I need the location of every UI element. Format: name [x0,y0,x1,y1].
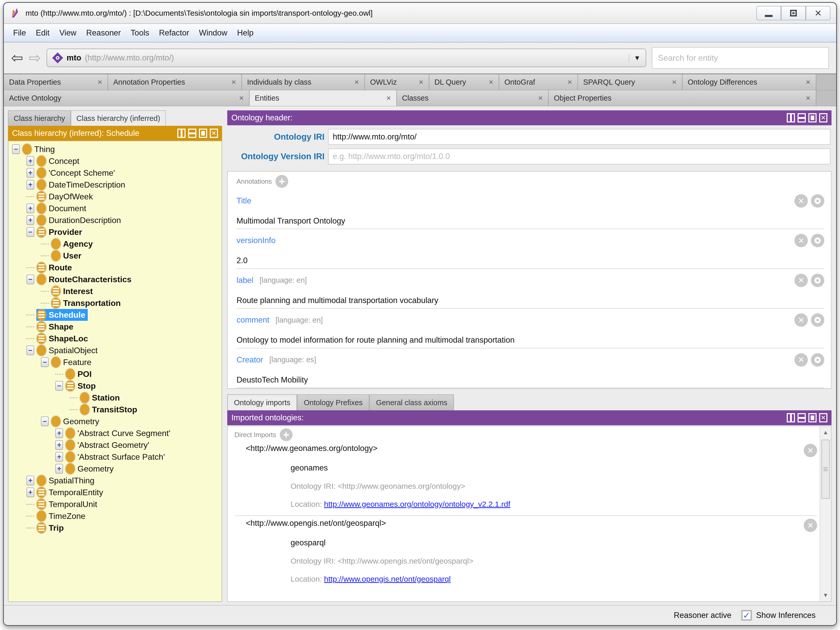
annotate-annotation-button[interactable] [811,274,824,287]
tree-node[interactable]: Agency [51,238,95,250]
tab-entities[interactable]: Entities✕ [249,90,397,106]
tree-collapse-icon[interactable]: − [27,227,34,237]
tree-expand-icon[interactable]: + [27,180,34,190]
split-vertically-icon[interactable] [787,113,795,123]
delete-annotation-button[interactable]: ✕ [794,353,808,367]
tree-expand-icon[interactable]: + [27,203,34,213]
tree-node[interactable]: TemporalEntity [36,487,106,498]
annotate-annotation-button[interactable] [811,234,824,247]
split-vertically-icon[interactable] [787,413,795,422]
tree-row[interactable]: TimeZone [8,510,221,522]
tree-node[interactable]: SpatialThing [36,475,97,487]
close-tab-icon[interactable]: ✕ [534,94,543,102]
delete-annotation-button[interactable]: ✕ [794,274,808,287]
scroll-up-icon[interactable]: ▲ [823,427,829,438]
tree-node[interactable]: User [51,250,84,261]
menu-item-tools[interactable]: Tools [126,26,153,39]
close-tab-icon[interactable]: ✕ [802,94,811,102]
menu-item-view[interactable]: View [55,26,81,39]
delete-annotation-button[interactable]: ✕ [794,234,808,247]
tree-expand-icon[interactable]: + [27,476,34,485]
tree-expand-icon[interactable]: + [55,464,63,474]
chevron-down-icon[interactable]: ▼ [629,54,641,62]
tree-node[interactable]: Shape [36,321,76,332]
tree-row[interactable]: −Stop [8,380,221,392]
float-panel-icon[interactable] [808,113,816,123]
tree-row[interactable]: +'Concept Scheme' [8,167,221,179]
tree-node[interactable]: Interest [51,285,95,297]
tree-expand-icon[interactable]: + [55,428,63,438]
tree-row[interactable]: +'Abstract Curve Segment' [8,427,221,439]
tab-object-properties[interactable]: Object Properties✕ [549,90,816,106]
add-import-button[interactable]: + [280,428,293,441]
tree-node[interactable]: RouteCharacteristics [36,274,134,285]
split-horizontally-icon[interactable] [188,129,196,138]
tree-node[interactable]: Concept [36,155,82,167]
tree-row[interactable]: +'Abstract Surface Patch' [8,451,221,463]
tab-active-ontology[interactable]: Active Ontology✕ [4,90,249,106]
subtab-class-hierarchy[interactable]: Class hierarchy [8,110,71,126]
annotation-property-name[interactable]: label [237,276,254,285]
tab-individuals-by-class[interactable]: Individuals by class✕ [242,74,365,90]
menu-item-window[interactable]: Window [195,26,231,39]
back-arrow-icon[interactable]: ⇦ [11,51,23,65]
tree-row[interactable]: Route [8,261,221,274]
close-tab-icon[interactable]: ✕ [351,79,359,86]
tree-row[interactable]: −Provider [8,226,221,238]
tree-node[interactable]: Trip [36,522,66,534]
menu-item-refactor[interactable]: Refactor [155,26,193,39]
close-tab-icon[interactable]: ✕ [235,94,244,102]
tree-collapse-icon[interactable]: − [41,416,49,426]
split-horizontally-icon[interactable] [797,113,806,123]
tree-node[interactable]: DateTimeDescription [36,179,128,191]
tree-row[interactable]: +Concept [8,155,221,167]
close-panel-icon[interactable] [210,129,218,138]
tree-row[interactable]: −Thing [8,143,221,155]
tree-node[interactable]: Feature [51,356,94,368]
close-tab-icon[interactable]: ✕ [668,79,677,86]
annotation-property-name[interactable]: versionInfo [237,236,276,245]
annotate-annotation-button[interactable] [811,313,824,327]
tree-expand-icon[interactable]: + [27,487,34,497]
tree-row[interactable]: POI [8,368,221,380]
tree-node[interactable]: TemporalUnit [36,498,100,510]
menu-item-help[interactable]: Help [233,26,257,39]
delete-annotation-button[interactable]: ✕ [794,194,808,208]
menu-item-reasoner[interactable]: Reasoner [82,26,125,39]
tab-ontology-differences[interactable]: Ontology Differences✕ [682,74,816,90]
annotation-property-name[interactable]: Creator [237,355,263,364]
tree-row[interactable]: +TemporalEntity [8,487,221,498]
tree-expand-icon[interactable]: + [55,452,63,462]
tree-row[interactable]: Agency [8,238,221,250]
delete-import-button[interactable]: ✕ [804,519,817,532]
tree-node[interactable]: Route [36,261,75,274]
subtab-class-hierarchy-inferred-[interactable]: Class hierarchy (inferred) [71,110,166,126]
tree-node[interactable]: Document [36,202,89,214]
tree-row[interactable]: Transportation [8,297,221,309]
tree-row[interactable]: TemporalUnit [8,498,221,510]
close-tab-icon[interactable]: ✕ [227,79,236,86]
close-tab-icon[interactable]: ✕ [94,79,103,86]
add-annotation-button[interactable]: + [275,175,288,188]
tree-row[interactable]: Station [8,392,221,404]
import-location-link[interactable]: http://www.geonames.org/ontology/ontolog… [324,500,510,508]
menu-item-edit[interactable]: Edit [32,26,54,39]
tree-row[interactable]: DayOfWeek [8,191,221,202]
import-location-link[interactable]: http://www.opengis.net/ont/geosparql [324,575,451,583]
tree-node[interactable]: TimeZone [36,510,88,522]
tree-row[interactable]: Interest [8,285,221,297]
tree-node[interactable]: TransitStop [79,404,140,416]
tree-expand-icon[interactable]: + [27,156,34,166]
tree-row[interactable]: Trip [8,522,221,534]
tree-node[interactable]: Schedule [36,309,88,321]
tree-collapse-icon[interactable]: − [27,274,34,284]
tab-data-properties[interactable]: Data Properties✕ [4,74,108,90]
tree-row[interactable]: +DurationDescription [8,214,221,226]
imports-scrollbar[interactable]: ▲ ▼ [819,426,831,602]
subtab-general-class-axioms[interactable]: General class axioms [369,394,454,410]
close-tab-icon[interactable]: ✕ [485,79,494,86]
tree-expand-icon[interactable]: + [27,215,34,225]
tree-node[interactable]: ShapeLoc [36,332,91,345]
tree-row[interactable]: ShapeLoc [8,332,221,345]
split-horizontally-icon[interactable] [797,413,806,422]
